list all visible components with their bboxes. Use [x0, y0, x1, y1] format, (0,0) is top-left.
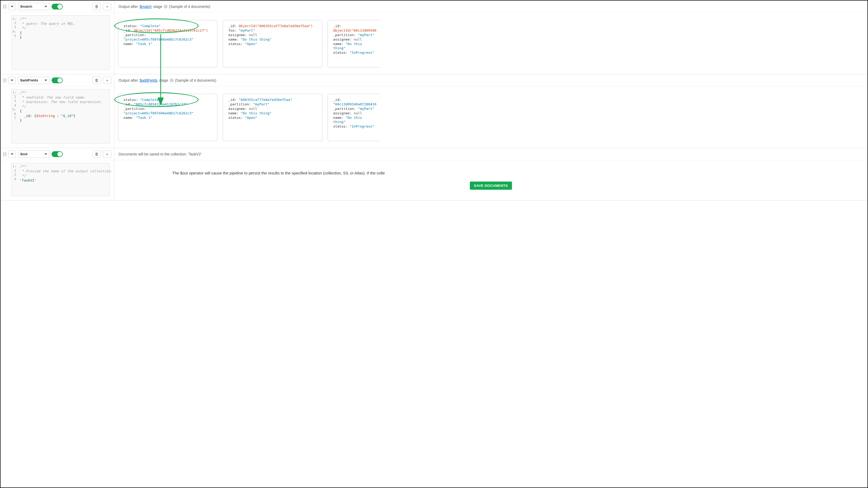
document-card[interactable]: _id: ObjectId("606355caf77e8a7ad36ef5aa"… — [223, 20, 322, 67]
info-icon[interactable]: i — [164, 5, 167, 8]
output-header: Output after $addFields stage i (Sample … — [114, 74, 867, 86]
delete-stage-button[interactable]: 🗑 — [92, 150, 101, 158]
trash-icon: 🗑 — [95, 78, 99, 83]
plus-icon: + — [106, 78, 108, 83]
stage-link[interactable]: $match — [140, 4, 152, 9]
stage-enabled-toggle[interactable] — [52, 78, 63, 83]
stage-addfields-row: $addFields 🗑 + 1234567 /** * newField: T… — [1, 74, 867, 148]
out-description: The $out operator will cause the pipelin… — [120, 171, 385, 175]
editor-gutter: 12345 — [11, 16, 18, 69]
save-documents-button[interactable]: SAVE DOCUMENTS — [470, 181, 512, 190]
drag-handle-icon[interactable] — [3, 4, 6, 9]
editor-gutter: 1234 — [11, 163, 18, 196]
stage-out-row: $out 🗑 + 1234 /** * Provide the name of … — [1, 148, 867, 201]
add-stage-button[interactable]: + — [103, 150, 112, 158]
document-card[interactable]: _id: "60c13d09340a0f280410_partition: "m… — [328, 94, 380, 141]
document-card[interactable]: _id: "606355caf77e8a7ad36ef5aa"_partitio… — [223, 94, 322, 141]
stage-output-panel: Documents will be saved to the collectio… — [114, 148, 867, 200]
chevron-down-icon — [44, 80, 47, 81]
drag-handle-icon[interactable] — [3, 152, 6, 156]
stage-operator-label: $out — [20, 152, 27, 156]
chevron-down-icon — [11, 80, 13, 81]
stage-enabled-toggle[interactable] — [52, 151, 63, 157]
info-icon[interactable]: i — [170, 79, 174, 82]
stage-header: $match 🗑 + — [1, 1, 114, 13]
chevron-down-icon — [44, 153, 47, 155]
output-header: Documents will be saved to the collectio… — [114, 148, 867, 160]
chevron-down-icon — [11, 6, 13, 7]
out-body: The $out operator will cause the pipelin… — [114, 160, 867, 200]
editor-gutter: 1234567 — [11, 89, 18, 143]
stage-operator-label: $addFields — [20, 78, 38, 82]
stage-operator-select[interactable]: $addFields — [18, 77, 50, 84]
stage-header: $addFields 🗑 + — [1, 74, 114, 86]
output-prefix: Output after — [119, 4, 138, 9]
stage-code-editor[interactable]: 1234567 /** * newField: The new field na… — [11, 89, 110, 144]
aggregation-pipeline: $match 🗑 + 12345 /** * query: The query … — [0, 0, 868, 488]
output-header: Output after $match stage i (Sample of 4… — [114, 1, 867, 13]
editor-code[interactable]: /** * query: The query in MQL. */ { } — [18, 16, 110, 69]
trash-icon: 🗑 — [95, 4, 99, 9]
output-prefix: Output after — [119, 78, 138, 83]
document-card[interactable]: _id: ObjectId("60c13d09340_partition: "m… — [328, 20, 380, 67]
collapse-button[interactable] — [8, 3, 16, 10]
plus-icon: + — [106, 4, 108, 9]
stage-output-panel: Output after $addFields stage i (Sample … — [114, 74, 867, 148]
chevron-down-icon — [11, 153, 13, 155]
stage-match-row: $match 🗑 + 12345 /** * query: The query … — [1, 1, 867, 74]
document-card[interactable]: status: "Complete"_id: ObjectId("605cfcd… — [118, 20, 218, 67]
trash-icon: 🗑 — [95, 152, 99, 156]
document-cards-row: status: "Complete"_id: "605cfcd656224a41… — [114, 86, 867, 148]
document-cards-row: status: "Complete"_id: ObjectId("605cfcd… — [114, 13, 867, 74]
output-sample-count: (Sample of 4 documents) — [169, 4, 210, 9]
editor-code[interactable]: /** * newField: The new field name. * ex… — [18, 89, 110, 143]
editor-code[interactable]: /** * Provide the name of the output col… — [18, 163, 114, 196]
stage-operator-select[interactable]: $match — [18, 3, 50, 10]
delete-stage-button[interactable]: 🗑 — [92, 3, 101, 10]
stage-left-panel: $addFields 🗑 + 1234567 /** * newField: T… — [1, 74, 114, 148]
add-stage-button[interactable]: + — [103, 3, 112, 10]
stage-operator-label: $match — [20, 4, 32, 8]
chevron-down-icon — [44, 6, 47, 7]
document-card[interactable]: status: "Complete"_id: "605cfcd656224a41… — [118, 94, 218, 141]
stage-code-editor[interactable]: 1234 /** * Provide the name of the outpu… — [11, 163, 110, 196]
delete-stage-button[interactable]: 🗑 — [92, 77, 101, 84]
stage-output-panel: Output after $match stage i (Sample of 4… — [114, 1, 867, 74]
output-sample-count: (Sample of 4 documents) — [175, 78, 216, 83]
out-collection-message: Documents will be saved to the collectio… — [119, 152, 202, 156]
collapse-button[interactable] — [8, 77, 16, 84]
output-suffix: stage — [153, 4, 162, 9]
output-suffix: stage — [159, 78, 168, 83]
stage-left-panel: $out 🗑 + 1234 /** * Provide the name of … — [1, 148, 114, 200]
stage-header: $out 🗑 + — [1, 148, 114, 160]
stage-code-editor[interactable]: 12345 /** * query: The query in MQL. */ … — [11, 15, 110, 70]
stage-operator-select[interactable]: $out — [18, 150, 50, 158]
plus-icon: + — [106, 152, 108, 156]
drag-handle-icon[interactable] — [3, 78, 6, 83]
stage-enabled-toggle[interactable] — [52, 4, 63, 9]
collapse-button[interactable] — [8, 150, 16, 158]
add-stage-button[interactable]: + — [103, 77, 112, 84]
stage-left-panel: $match 🗑 + 12345 /** * query: The query … — [1, 1, 114, 74]
stage-link[interactable]: $addFields — [140, 78, 158, 83]
